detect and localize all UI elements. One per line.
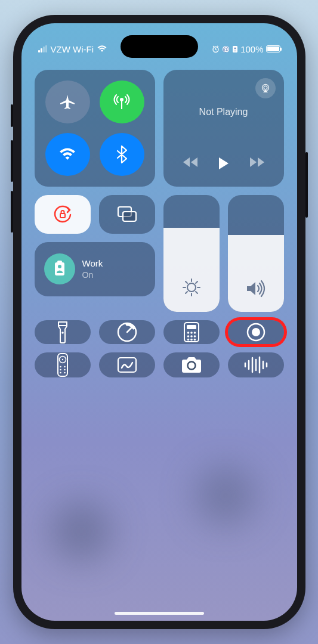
alarm-icon [212,45,220,53]
airplay-icon [260,83,271,94]
volume-slider[interactable] [228,195,284,312]
svg-point-31 [190,332,193,334]
svg-rect-41 [58,354,67,376]
brightness-fill [163,228,220,312]
volume-icon [245,280,267,298]
svg-point-4 [234,47,236,49]
flashlight-button[interactable] [35,320,91,344]
status-right: @ 100% [212,44,280,54]
screen: VZW Wi-Fi @ 100% [21,23,297,621]
svg-point-44 [60,366,61,368]
contact-icon [232,45,238,53]
svg-point-45 [64,366,66,368]
cellular-data-button[interactable] [100,80,144,123]
calculator-icon [183,321,200,343]
timer-button[interactable] [99,320,155,344]
status-left: VZW Wi-Fi [38,44,107,54]
svg-point-36 [187,339,189,341]
svg-rect-50 [118,358,136,372]
screen-record-button[interactable] [228,320,284,344]
at-icon: @ [222,45,230,53]
orientation-lock-button[interactable] [35,195,91,234]
svg-rect-23 [57,261,62,263]
screen-mirroring-button[interactable] [99,195,155,234]
svg-line-19 [196,281,197,283]
svg-point-37 [190,339,193,341]
screen-mirroring-icon [116,205,138,223]
camera-button[interactable] [163,352,220,377]
bluetooth-button[interactable] [100,133,144,176]
focus-state-label: On [82,270,103,280]
airplay-button[interactable] [255,78,276,98]
record-icon [245,321,267,343]
svg-rect-21 [55,262,64,275]
focus-work-icon [44,253,75,284]
svg-point-32 [193,332,196,334]
svg-line-20 [186,292,187,293]
svg-point-33 [187,335,189,338]
svg-point-40 [252,328,260,336]
wifi-button[interactable] [45,133,90,176]
freeform-icon [116,356,138,374]
focus-button[interactable]: Work On [35,242,155,296]
flashlight-icon [56,320,69,344]
calculator-button[interactable] [163,320,220,344]
forward-icon [249,157,265,168]
battery-icon [266,45,280,52]
media-tile[interactable]: Not Playing [163,70,284,187]
volume-up-button [11,140,13,182]
home-indicator[interactable] [115,612,204,615]
svg-point-22 [58,265,61,268]
svg-rect-9 [60,213,65,218]
svg-point-25 [61,332,64,334]
previous-track-button[interactable] [183,157,198,170]
play-button[interactable] [218,157,229,170]
brightness-slider[interactable] [163,195,220,312]
freeform-button[interactable] [99,352,155,377]
focus-label: Work [82,258,103,270]
play-icon [218,157,229,170]
battery-percent-label: 100% [240,44,263,54]
control-center: Not Playing [35,70,284,608]
svg-point-47 [64,369,66,371]
bluetooth-icon [116,145,127,163]
svg-rect-6 [121,101,122,109]
svg-point-35 [193,335,196,338]
svg-rect-11 [123,212,136,221]
svg-rect-29 [187,325,196,329]
svg-point-34 [190,335,193,338]
shazam-button[interactable] [228,352,284,377]
signal-icon [38,45,47,52]
antenna-icon [112,92,131,112]
svg-point-30 [187,332,189,334]
svg-line-27 [127,328,131,332]
phone-frame: VZW Wi-Fi @ 100% [13,15,305,629]
airplane-icon [58,93,76,111]
orientation-lock-icon [51,203,74,225]
carrier-label: VZW Wi-Fi [51,44,94,54]
svg-point-48 [60,372,61,374]
airplane-mode-button[interactable] [45,80,90,123]
timer-icon [116,321,138,343]
svg-point-43 [61,359,63,360]
media-title-label: Not Playing [174,107,273,117]
connectivity-group[interactable] [35,70,155,187]
rewind-icon [183,157,198,168]
dynamic-island [121,35,198,58]
svg-line-18 [196,292,197,293]
camera-icon [180,355,203,374]
volume-fill [228,235,284,312]
svg-point-12 [187,283,196,292]
next-track-button[interactable] [249,157,265,170]
svg-line-17 [186,281,187,283]
remote-icon [57,352,69,377]
power-button [305,152,308,218]
wifi-status-icon [97,45,107,52]
apple-tv-remote-button[interactable] [35,352,91,377]
brightness-icon [181,277,202,298]
svg-point-38 [193,339,196,341]
svg-point-49 [64,372,66,374]
silent-switch [11,104,13,127]
media-controls [174,157,273,170]
svg-text:@: @ [223,46,229,52]
